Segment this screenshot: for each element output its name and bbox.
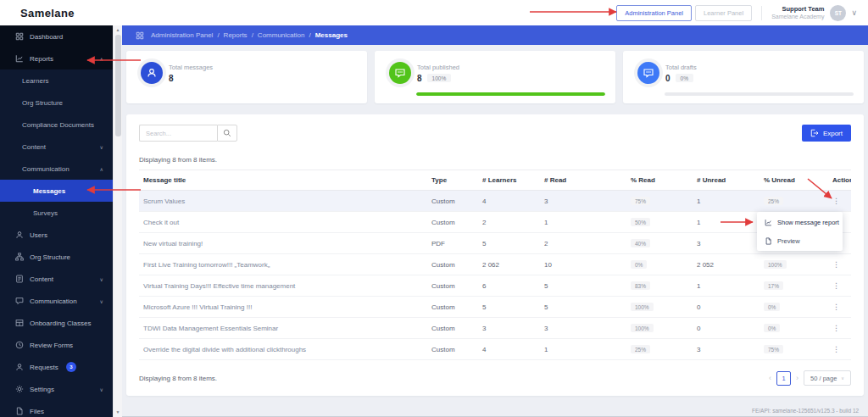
user-menu[interactable]: Support Team Samelane Academy [771,5,824,21]
avatar[interactable]: ST [830,5,846,21]
document-icon [15,275,24,283]
table-row[interactable]: New virtual training! PDF 5 2 40% 3 ⋮ [139,233,851,254]
table-row[interactable]: Virtual Training Days!!! Effective time … [139,275,851,297]
sidebar-item-org-structure[interactable]: Org Structure [0,246,113,268]
sidebar-item-label: Org Structure [30,253,70,261]
messages-panel: Export Displaying 8 from 8 items. Messag… [126,114,864,396]
cell-type: Custom [427,297,478,318]
search-icon [223,129,231,137]
row-actions-menu-icon[interactable]: ⋮ [832,303,840,311]
pct-read-badge: 83% [631,281,650,290]
sidebar-item-compliance-documents[interactable]: Compliance Documents [0,114,113,136]
chart-icon [765,219,772,226]
search-button[interactable] [217,125,237,142]
sidebar-item-label: Communication [22,165,70,173]
row-actions-menu-icon[interactable]: ⋮ [832,281,840,290]
sidebar-item-label: Org Structure [22,99,63,107]
cell-learners: 4 [478,339,540,360]
sidebar-item-learners[interactable]: Learners [0,70,113,92]
sidebar-item-label: Review Forms [30,342,73,349]
administration-panel-button[interactable]: Administration Panel [616,5,692,21]
cell-read: 5 [540,297,626,318]
chart-icon [15,54,24,63]
learner-panel-button[interactable]: Learner Panel [695,5,752,21]
sidebar-item-label: Content [22,143,46,151]
sidebar-item-surveys[interactable]: Surveys [0,202,113,224]
chevron-down-icon: ∨ [100,298,103,304]
stat-card-total-published: Total published 8 100% [375,51,615,103]
sidebar-item-label: Messages [33,187,65,195]
row-actions-menu-icon[interactable]: ⋮ [832,324,840,332]
stat-value: 0 [665,74,670,83]
export-button[interactable]: Export [802,125,851,142]
sidebar-item-org-structure-report[interactable]: Org Structure [0,92,113,114]
sidebar-item-review-forms[interactable]: Review Forms [0,334,113,356]
breadcrumb-communication[interactable]: Communication [258,31,305,39]
pct-read-badge: 0% [631,260,647,269]
progress-fill [416,92,605,96]
breadcrumb-administration-panel[interactable]: Administration Panel [151,31,213,39]
sidebar-item-communication-report[interactable]: Communication ∧ [0,158,113,180]
sidebar-item-requests[interactable]: Requests 3 [0,356,113,378]
page-size-select[interactable]: 50 / page ∨ [804,370,851,386]
cell-unread: 3 [693,233,760,254]
table-row[interactable]: Override the digital divide with additio… [139,339,851,360]
table-icon [15,319,24,327]
clock-icon [15,341,24,349]
row-actions-menu-icon[interactable]: ⋮ [832,260,840,269]
table-row[interactable]: Scrum Values Custom 4 3 75% 1 25% ⋮ [139,191,851,212]
menu-item-show-message-report[interactable]: Show message report [757,213,843,231]
sidebar-item-messages[interactable]: Messages [0,180,113,202]
sidebar-item-content[interactable]: Content ∨ [0,268,113,290]
sidebar-item-dashboard[interactable]: Dashboard [0,25,113,47]
sidebar-item-onboarding-classes[interactable]: Onboarding Classes [0,312,113,334]
sidebar-item-files[interactable]: Files [0,400,113,417]
chevron-down-icon: ∨ [100,276,103,282]
table-row[interactable]: TDWI Data Management Essentials Seminar … [139,318,851,339]
stat-percent-badge: 100% [427,74,452,82]
table-row[interactable]: First Live Training tomorrow!!! „Teamwor… [139,254,851,275]
breadcrumb-separator: / [252,31,253,39]
sidebar-item-communication[interactable]: Communication ∨ [0,290,113,312]
scroll-down-icon[interactable]: ▼ [116,408,120,417]
stat-cards: Total messages 8 Total published [126,51,864,103]
table-row[interactable]: Microsoft Azure !!! Virtual Training !!!… [139,297,851,318]
scrollbar-thumb[interactable] [115,35,121,136]
next-page-icon[interactable]: › [796,375,798,382]
user-name: Support Team [771,5,824,14]
stat-icon-ring [634,58,663,87]
search-input[interactable] [139,125,217,142]
cell-type: Custom [427,212,478,233]
prev-page-icon[interactable]: ‹ [769,375,771,382]
pct-unread-badge: 25% [764,197,783,205]
chevron-down-icon[interactable]: ∨ [851,8,857,17]
row-actions-menu-icon[interactable]: ⋮ [832,197,840,205]
cell-read: 3 [540,191,626,212]
stat-label: Total published [417,64,459,71]
stat-icon-ring [386,58,415,87]
scroll-up-icon[interactable]: ▲ [116,25,120,35]
sidebar-item-reports[interactable]: Reports ∧ [0,47,113,70]
sidebar-item-label: Surveys [33,209,58,217]
sidebar-scrollbar[interactable]: ▲ ▼ [113,25,122,417]
cell-learners: 2 062 [478,254,540,275]
requests-count-badge: 3 [66,362,76,372]
cell-title: Check it out [139,212,427,233]
menu-item-preview[interactable]: Preview [757,231,843,250]
pct-read-badge: 40% [631,239,650,247]
page-number[interactable]: 1 [776,371,791,386]
sidebar-item-label: Requests [30,364,58,371]
export-icon [810,129,819,137]
sidebar-item-settings[interactable]: Settings ∨ [0,378,113,400]
cell-read: 3 [540,318,626,339]
sidebar-item-label: Learners [22,77,49,85]
sidebar-item-content-report[interactable]: Content ∨ [0,136,113,158]
row-actions-menu-icon[interactable]: ⋮ [832,345,840,353]
table-row[interactable]: Check it out Custom 2 1 50% 1 ⋮ [139,212,851,233]
chat-icon [637,62,659,84]
sidebar-item-users[interactable]: Users [0,224,113,246]
col-unread: # Unread [693,170,760,191]
sitemap-icon [136,31,144,40]
user-organization: Samelane Academy [771,13,824,20]
breadcrumb-reports[interactable]: Reports [224,31,248,39]
